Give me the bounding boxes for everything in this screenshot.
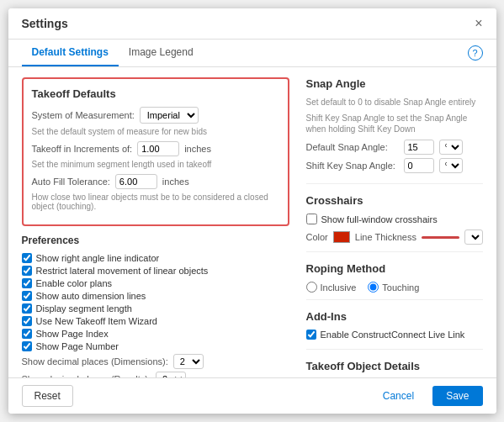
snap-desc-1: Set default to 0 to disable Snap Angle e… [306,97,483,108]
addins-section: Add-Ins Enable ConstructConnect Live Lin… [306,310,483,350]
pref-label-3: Show auto dimension lines [36,291,146,301]
color-swatch[interactable] [333,231,350,243]
snap-angle-section: Snap Angle Set default to 0 to disable S… [306,77,483,184]
pref-label-2: Enable color plans [36,278,113,288]
settings-modal: Settings × Default Settings Image Legend… [8,8,496,414]
modal-footer: Reset Cancel Save [8,377,496,414]
roping-inclusive-label: Inclusive [321,282,357,293]
decimal-results-select[interactable]: 2 0 1 3 [156,372,186,377]
addins-label: Enable ConstructConnect Live Link [321,330,465,340]
pref-check-4[interactable] [22,303,32,314]
takeoff-defaults-title: Takeoff Defaults [32,87,279,100]
pref-label-0: Show right angle line indicator [36,253,160,263]
pref-checkbox-6: Show Page Index [22,329,289,339]
roping-title: Roping Method [306,262,483,275]
addins-checkbox[interactable] [306,330,316,340]
crosshairs-section: Crosshairs Show full-window crosshairs C… [306,194,483,252]
takeoff-hint: Set the minimum segment length used in t… [32,160,279,169]
crosshairs-title: Crosshairs [306,194,483,207]
auto-fill-hint: How close two linear objects must be to … [32,193,279,211]
roping-touching-label: Touching [382,282,419,293]
pref-checkbox-1: Restrict lateral movement of linear obje… [22,266,289,276]
preferences-title: Preferences [22,235,289,246]
left-column: Takeoff Defaults System of Measurement: … [22,77,289,367]
pref-label-5: Use New Takeoff Item Wizard [36,316,157,326]
takeoff-defaults-section: Takeoff Defaults System of Measurement: … [22,77,289,226]
snap-angle-title: Snap Angle [306,77,483,90]
takeoff-increments-unit: inches [184,144,211,154]
system-of-measurement-label: System of Measurement: [32,110,135,120]
shift-snap-label: Shift Key Snap Angle: [306,161,399,171]
line-thickness-bar [422,236,459,239]
addins-title: Add-Ins [306,310,483,323]
auto-fill-input[interactable] [115,174,157,189]
shift-snap-input[interactable] [404,158,434,173]
decimal-dimensions-select[interactable]: 2 0 1 3 [173,354,204,369]
default-snap-row: Default Snap Angle: ° [306,140,483,155]
auto-fill-unit: inches [162,177,189,187]
decimal-dimensions-row: Show decimal places (Dimensions): 2 0 1 … [22,354,289,369]
tod-section: Takeoff Object Details Show Takeoff Obje… [306,360,483,377]
pref-checkbox-7: Show Page Number [22,341,289,351]
tod-title: Takeoff Object Details [306,360,483,372]
pref-check-2[interactable] [22,278,32,288]
pref-checkbox-0: Show right angle line indicator [22,253,289,263]
modal-title: Settings [22,17,68,30]
tab-default-settings[interactable]: Default Settings [22,40,119,66]
default-snap-input[interactable] [404,140,434,155]
auto-fill-label: Auto Fill Tolerance: [32,177,110,187]
color-label: Color [306,232,328,242]
decimal-dimensions-label: Show decimal places (Dimensions): [22,356,168,367]
system-of-measurement-select[interactable]: Imperial Metric [140,107,199,124]
preferences-section: Preferences Show right angle line indica… [22,235,289,377]
auto-fill-row: Auto Fill Tolerance: inches [32,174,279,189]
help-icon[interactable]: ? [468,45,483,61]
pref-check-5[interactable] [22,316,32,326]
shift-snap-row: Shift Key Snap Angle: ° [306,158,483,173]
pref-label-6: Show Page Index [36,329,109,339]
roping-row: Inclusive Touching [306,282,483,293]
system-of-measurement-row: System of Measurement: Imperial Metric [32,107,279,124]
pref-checkbox-4: Display segment length [22,303,289,314]
thickness-select[interactable]: ▾ [464,229,483,245]
roping-inclusive-radio[interactable] [306,282,317,293]
save-button[interactable]: Save [432,386,482,406]
takeoff-increments-row: Takeoff in Increments of: inches [32,141,279,156]
crosshairs-label: Show full-window crosshairs [321,214,438,224]
system-hint: Set the default system of measure for ne… [32,127,279,136]
crosshairs-checkbox[interactable] [306,214,317,224]
reset-button[interactable]: Reset [22,385,73,407]
pref-checkbox-2: Enable color plans [22,278,289,288]
pref-check-3[interactable] [22,291,32,301]
decimal-results-row: Show decimal places (Results): 2 0 1 3 [22,372,289,377]
shift-snap-select[interactable]: ° [439,158,463,173]
takeoff-increments-label: Takeoff in Increments of: [32,144,133,154]
pref-check-1[interactable] [22,266,32,276]
pref-label-1: Restrict lateral movement of linear obje… [36,266,209,276]
default-snap-label: Default Snap Angle: [306,142,399,152]
cancel-button[interactable]: Cancel [371,386,426,406]
snap-desc-2: Shift Key Snap Angle to set the Snap Ang… [306,113,483,135]
default-snap-select[interactable]: ° [439,140,463,155]
tab-bar: Default Settings Image Legend ? [8,40,496,67]
pref-checkbox-3: Show auto dimension lines [22,291,289,301]
roping-touching-row: Touching [368,282,419,293]
takeoff-increments-input[interactable] [137,141,179,156]
crosshairs-checkbox-row: Show full-window crosshairs [306,214,483,224]
roping-inclusive-row: Inclusive [306,282,357,293]
modal-header: Settings × [8,8,496,40]
roping-touching-radio[interactable] [368,282,379,293]
tab-image-legend[interactable]: Image Legend [119,40,204,66]
pref-check-6[interactable] [22,329,32,339]
right-column: Snap Angle Set default to 0 to disable S… [306,77,483,367]
line-thickness-label: Line Thickness [355,232,416,242]
footer-right: Cancel Save [371,386,483,406]
pref-checkbox-5: Use New Takeoff Item Wizard [22,316,289,326]
pref-label-7: Show Page Number [36,341,119,351]
pref-label-4: Display segment length [36,303,132,314]
pref-check-7[interactable] [22,341,32,351]
close-button[interactable]: × [475,17,482,30]
modal-body: Takeoff Defaults System of Measurement: … [8,67,496,377]
roping-section: Roping Method Inclusive Touching [306,262,483,300]
pref-check-0[interactable] [22,253,32,263]
